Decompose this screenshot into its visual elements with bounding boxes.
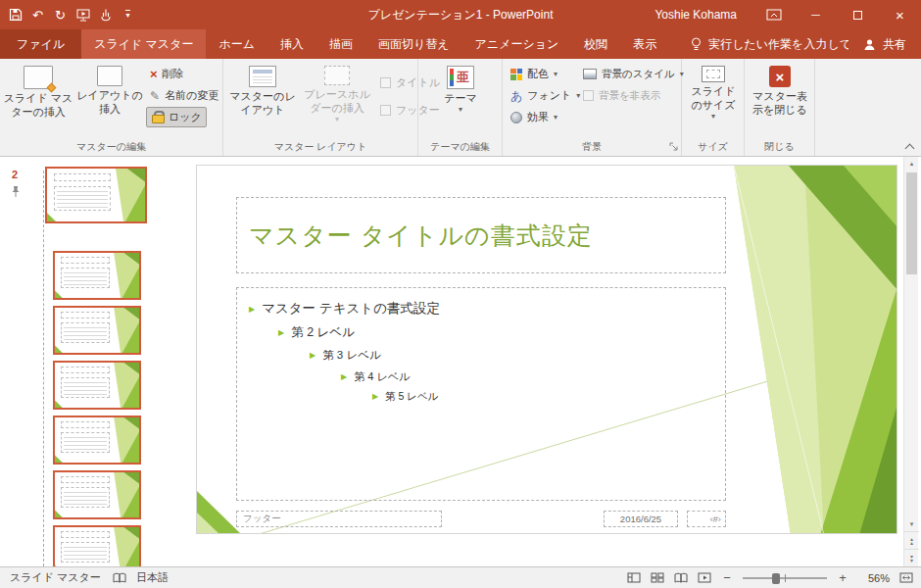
fonts-icon: あ <box>510 90 522 102</box>
themes-button[interactable]: 亜 テーマ ▾ <box>429 62 492 136</box>
redo-button[interactable]: ↻ <box>49 0 72 29</box>
zoom-out-button[interactable]: − <box>721 570 733 585</box>
insert-placeholder-button[interactable]: プレースホルダーの挿入 ▾ <box>299 62 375 136</box>
layout-thumbnail[interactable] <box>53 361 141 410</box>
body-level-2: ▶第 2 レベル <box>278 324 725 341</box>
statusbar-language[interactable]: 日本語 <box>136 570 169 585</box>
minimize-button[interactable]: ─ <box>795 0 837 29</box>
themes-label: テーマ <box>429 92 492 106</box>
normal-view-button[interactable] <box>627 572 641 583</box>
spellcheck-icon <box>113 572 126 584</box>
slide-master-thumbnail[interactable] <box>45 167 147 223</box>
titlebar: ↶ ↻ ▾ プレゼンテーション1 - PowerPoint Yoshie Koh… <box>0 0 921 29</box>
insert-slide-master-icon <box>24 66 53 89</box>
pin-icon <box>11 184 21 202</box>
save-button[interactable] <box>4 0 26 29</box>
reading-view-button[interactable] <box>674 572 688 583</box>
fonts-label: フォント <box>527 88 571 103</box>
close-master-view-label: マスター表示を閉じる <box>749 90 811 118</box>
insert-slide-master-button[interactable]: スライド マスターの挿入 <box>3 62 73 136</box>
spellcheck-button[interactable] <box>113 572 126 584</box>
account-name[interactable]: Yoshie Kohama <box>654 8 737 22</box>
layout-thumbnail[interactable] <box>53 416 141 465</box>
layout-thumbnail[interactable] <box>53 306 141 355</box>
title-placeholder[interactable]: マスター タイトルの書式設定 <box>236 197 726 273</box>
colors-button[interactable]: 配色 ▾ <box>507 64 561 84</box>
caret-down-icon: ▾ <box>335 116 339 123</box>
effects-button[interactable]: 効果 ▾ <box>507 107 561 127</box>
tab-insert[interactable]: 挿入 <box>267 29 316 59</box>
collapse-ribbon-button[interactable] <box>905 142 913 150</box>
fit-slide-to-window-button[interactable] <box>899 572 913 583</box>
slide-sorter-view-button[interactable] <box>651 572 664 583</box>
fonts-button[interactable]: あ フォント ▾ <box>507 85 584 106</box>
tab-transitions[interactable]: 画面切り替え <box>365 29 462 59</box>
background-styles-icon <box>583 69 597 79</box>
layout-thumbnail[interactable] <box>53 251 141 300</box>
vertical-scrollbar[interactable]: ▴ ▾ ▴▴ ▾▾ <box>903 157 918 566</box>
tab-draw[interactable]: 描画 <box>316 29 365 59</box>
body-level-4-text: 第 4 レベル <box>354 370 410 382</box>
touch-mode-button[interactable] <box>94 0 117 29</box>
close-button[interactable]: × <box>879 0 921 29</box>
maximize-button[interactable] <box>837 0 879 29</box>
share-button[interactable]: 共有 <box>848 29 921 59</box>
save-icon <box>9 8 23 22</box>
scroll-down-button[interactable]: ▾ <box>904 517 919 531</box>
group-label-close: 閉じる <box>745 140 814 154</box>
minimize-icon: ─ <box>811 8 820 22</box>
fit-slide-icon <box>899 572 913 583</box>
layout-thumbnail[interactable] <box>53 470 141 519</box>
zoom-slider-thumb[interactable] <box>772 573 780 584</box>
start-slideshow-button[interactable] <box>72 0 94 29</box>
background-styles-button[interactable]: 背景のスタイル ▾ <box>579 64 688 84</box>
slide-number-placeholder[interactable]: ‹#› <box>687 511 726 527</box>
master-layout-button[interactable]: マスターのレイアウト <box>228 62 297 136</box>
scroll-up-button[interactable]: ▴ <box>904 157 919 171</box>
rename-button[interactable]: ✎ 名前の変更 <box>146 85 222 106</box>
tab-animations[interactable]: アニメーション <box>462 29 572 59</box>
slide-size-button[interactable]: スライドのサイズ ▾ <box>687 62 740 136</box>
undo-button[interactable]: ↶ <box>26 0 49 29</box>
thumbnail-body-placeholder <box>54 186 111 211</box>
insert-layout-button[interactable]: レイアウトの挿入 <box>75 62 144 136</box>
insert-layout-icon <box>97 66 122 86</box>
tab-home[interactable]: ホーム <box>206 29 267 59</box>
bullet-icon: ▶ <box>249 305 255 314</box>
zoom-percentage[interactable]: 56% <box>858 572 890 584</box>
bullet-icon: ▶ <box>278 328 284 337</box>
caret-down-icon: ▾ <box>125 10 129 20</box>
layout-thumbnail[interactable] <box>53 525 141 566</box>
lock-button[interactable]: ロック <box>146 107 207 127</box>
previous-slide-button[interactable]: ▴▴ <box>904 531 919 549</box>
slide-canvas: マスター タイトルの書式設定 ▶マスター テキストの書式設定 ▶第 2 レベル … <box>184 157 903 566</box>
tab-view[interactable]: 表示 <box>620 29 669 59</box>
customize-qat-button[interactable]: ▾ <box>117 0 139 29</box>
next-slide-button[interactable]: ▾▾ <box>904 549 919 566</box>
scrollbar-thumb[interactable] <box>906 172 917 274</box>
delete-button[interactable]: × 削除 <box>146 64 188 84</box>
effects-icon <box>510 112 522 123</box>
layout-tree-line <box>43 171 44 566</box>
delete-icon: × <box>150 68 158 80</box>
ribbon-display-options-button[interactable] <box>752 0 795 29</box>
date-placeholder[interactable]: 2016/6/25 <box>604 511 678 527</box>
tab-review[interactable]: 校閲 <box>571 29 620 59</box>
hide-background-checkbox[interactable]: 背景を非表示 <box>579 85 664 106</box>
caret-down-icon: ▾ <box>554 71 557 78</box>
body-placeholder[interactable]: ▶マスター テキストの書式設定 ▶第 2 レベル ▶第 3 レベル ▶第 4 レ… <box>236 287 726 501</box>
body-level-3: ▶第 3 レベル <box>310 348 725 363</box>
ribbon-tab-bar: ファイル スライド マスター ホーム 挿入 描画 画面切り替え アニメーション … <box>0 29 921 59</box>
zoom-in-button[interactable]: + <box>837 570 848 585</box>
slide-master-editing-surface[interactable]: マスター タイトルの書式設定 ▶マスター テキストの書式設定 ▶第 2 レベル … <box>196 165 897 534</box>
footer-placeholder[interactable]: フッター <box>236 511 442 527</box>
tab-slide-master[interactable]: スライド マスター <box>81 29 206 59</box>
close-master-view-button[interactable]: × マスター表示を閉じる <box>749 62 811 136</box>
slideshow-view-button[interactable] <box>698 572 711 583</box>
body-level-3-text: 第 3 レベル <box>322 349 381 361</box>
thumbnail-body-placeholder <box>61 377 110 398</box>
zoom-slider[interactable] <box>743 571 827 585</box>
bullet-icon: ▶ <box>372 392 378 401</box>
group-edit-theme: 亜 テーマ ▾ テーマの編集 <box>418 59 503 156</box>
tab-file[interactable]: ファイル <box>0 29 81 59</box>
